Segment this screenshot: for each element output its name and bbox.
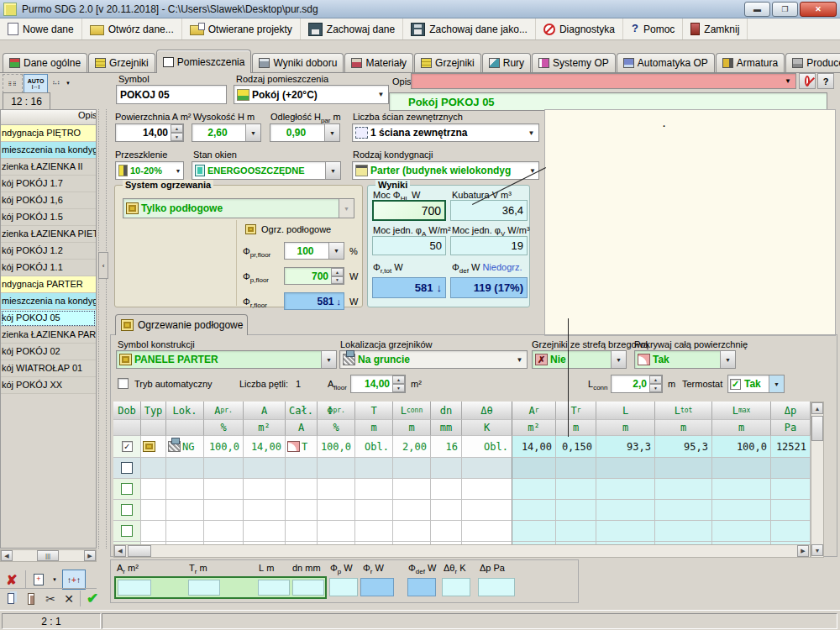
radiator-location-combo[interactable]: Na gruncie ▼ [339,350,528,369]
confirm-button[interactable]: ✔ [82,589,102,607]
toolbar-pomoc[interactable]: Pomoc [623,18,683,39]
chevron-down-icon[interactable]: ▼ [524,124,538,141]
Cał.[interactable]: Cał. [286,402,318,420]
thermostat-checkbox[interactable]: ✓ [730,379,741,390]
spin-buttons[interactable]: ▲▼ [649,375,662,392]
chevron-down-icon[interactable]: ▼ [769,375,784,392]
sidebar-item-pomieszczenia-pietro[interactable]: mieszczenia na kondygr [1,142,96,159]
construction-symbol-combo[interactable]: PANELE PARTER ▼ [116,350,337,369]
table-vscroll-thumb[interactable] [811,416,823,441]
toolbar-zamknij[interactable]: Zamknij [683,18,748,39]
scroll-down-icon[interactable]: ▼ [811,544,823,556]
clear-description-button[interactable] [799,73,816,89]
table-row-empty[interactable] [113,479,811,500]
sidebar-item-pokoj-1-7[interactable]: kój POKÓJ 1.7 [1,176,96,192]
close-button[interactable]: ✕ [800,2,837,17]
chevron-down-icon[interactable]: ▼ [611,351,626,368]
room-list-header[interactable]: Opis [1,110,96,125]
scroll-right-icon[interactable]: ▶ [797,545,809,557]
tab-ogrzewanie-podlogowe[interactable]: Ogrzewanie podłogowe [115,314,248,335]
sidebar-item-pomieszczenia-parter[interactable]: mieszczenia na kondygr [1,293,96,310]
Φ[interactable]: Φpr. [318,402,355,420]
area-spinner[interactable]: 14,00 ▲▼ [115,123,184,142]
Typ[interactable]: Typ [141,402,166,420]
edge-zone-combo[interactable]: ✗ Nie ▼ [532,350,627,369]
tab-armatura[interactable]: Armatura [716,53,785,72]
insert-loop-button[interactable]: ↑+↑ [62,570,86,590]
table-hscrollbar[interactable] [113,544,811,558]
table-row-empty[interactable] [113,500,811,521]
L[interactable]: Ltot [655,402,712,420]
phi-pr-floor-combo[interactable]: 100 ▼ [284,242,344,260]
tab-wyniki-doboru[interactable]: Wyniki doboru [252,53,344,72]
chevron-down-icon[interactable]: ▼ [324,124,339,141]
sidebar-item-pokoj-xx[interactable]: kój POKÓJ XX [1,377,96,394]
sidebar-item-pokoj-05[interactable]: kój POKOJ 05 [1,310,96,327]
delete-button[interactable]: ✕ [60,591,77,606]
chevron-down-icon[interactable]: ▼ [325,162,340,179]
sidebar-item-lazienka-pietro[interactable]: zienka ŁAZIENKA PIETR [1,226,96,243]
A[interactable]: Ar [512,402,556,420]
tab-materialy[interactable]: Materiały [344,53,413,72]
storey-combo[interactable]: Parter (budynek wielokondyg ▼ [352,161,539,180]
A[interactable]: Apr. [204,402,244,420]
scroll-right-icon[interactable]: ▶ [84,550,96,561]
toolbar-otworz-dane[interactable]: Otwórz dane... [82,18,182,39]
tab-dane-ogolne[interactable]: Dane ogólne [3,53,87,72]
spin-buttons[interactable]: ▲▼ [171,124,183,141]
auto-mode-button[interactable]: AUTO |↔| [24,74,48,93]
sidebar-item-kondygnacja-pietro[interactable]: ndygnacja PIĘTRO [1,125,96,142]
chevron-down-icon[interactable]: ▼ [374,86,388,103]
sidebar-item-kondygnacja-parter[interactable]: ndygnacja PARTER [1,276,96,293]
row-checkbox[interactable]: ✓ [122,441,133,452]
heating-system-combo[interactable]: Tylko podłogowe ▼ [123,198,354,218]
tab-grzejniki[interactable]: Grzejniki [88,53,155,72]
chevron-down-icon[interactable]: ▼ [339,199,354,218]
symbol-input[interactable]: POKOJ 05 [116,85,227,104]
Δp[interactable]: Δp [771,402,811,420]
toolbar-diagnostyka[interactable]: Diagnostyka [536,18,623,39]
chevron-down-icon[interactable]: ▼ [720,351,735,368]
sidebar-item-lazienka-ii[interactable]: zienka ŁAZIENKA II [1,159,96,176]
sidebar-item-pokoj-02[interactable]: kój POKÓJ 02 [1,344,96,360]
toolbar-zachowaj-dane-jako[interactable]: Zachowaj dane jako... [403,18,536,39]
Dob[interactable]: Dob [113,402,141,420]
auto-mode-checkbox[interactable] [118,378,129,389]
description-field[interactable]: Pokój POKOJ 05 [389,92,827,111]
restore-button[interactable]: ❐ [772,2,798,17]
opis-combo[interactable]: ▼ [411,73,796,89]
chevron-down-icon[interactable]: ▼ [785,77,795,85]
cell-dob[interactable]: ✓ [113,436,141,458]
copy-button[interactable] [3,591,19,606]
spin-buttons[interactable]: ▲▼ [331,268,344,284]
Δθ[interactable]: Δθ [462,402,512,420]
L[interactable]: L [596,402,655,420]
tab-grzejniki-2[interactable]: Grzejniki [414,53,481,72]
table-hscroll-thumb[interactable] [128,545,151,557]
cover-area-combo[interactable]: Tak ▼ [634,350,736,369]
table-row-empty[interactable] [113,458,811,479]
tab-automatyka-op[interactable]: Automatyka OP [617,53,715,72]
delete-room-button[interactable]: ✘ [2,570,22,589]
scroll-left-icon[interactable]: ◀ [114,545,126,557]
grid-settings-button[interactable]: ⠿⠿ [3,74,23,93]
phi-p-floor-spinner[interactable]: 700 ▲▼ [284,267,344,285]
thermostat-combo[interactable]: ✓ Tak ▼ [727,375,785,393]
sidebar-item-wiatrolap-01[interactable]: kój WIATROŁAP 01 [1,360,96,377]
sidebar-item-pokoj-1-5[interactable]: kój POKÓJ 1.5 [1,209,96,226]
table-row[interactable]: ✓ NG 100,0 14,00 T 100,0 Obl. 2,00 16 Ob… [113,436,811,458]
a-floor-spinner[interactable]: 14,00 ▲▼ [350,375,406,393]
tab-producenci[interactable]: Producenci [785,53,840,72]
chevron-down-icon[interactable]: ▼ [173,162,183,179]
tab-rury[interactable]: Rury [482,53,531,72]
A[interactable]: A [244,402,286,420]
L[interactable]: Lmax [712,402,771,420]
add-element-button[interactable]: + [29,570,49,589]
distance-combo[interactable]: 0,90 ▼ [270,123,340,142]
tab-pomieszczenia[interactable]: Pomieszczenia [156,50,252,73]
toolbar-zachowaj-dane[interactable]: Zachowaj dane [301,18,403,39]
spin-buttons[interactable]: ▲▼ [392,375,405,392]
walls-combo[interactable]: 1 ściana zewnętrzna ▼ [352,123,539,142]
glazing-combo[interactable]: 10-20% ▼ [115,161,184,180]
room-list-hscroll-thumb[interactable]: ||| [37,550,59,561]
